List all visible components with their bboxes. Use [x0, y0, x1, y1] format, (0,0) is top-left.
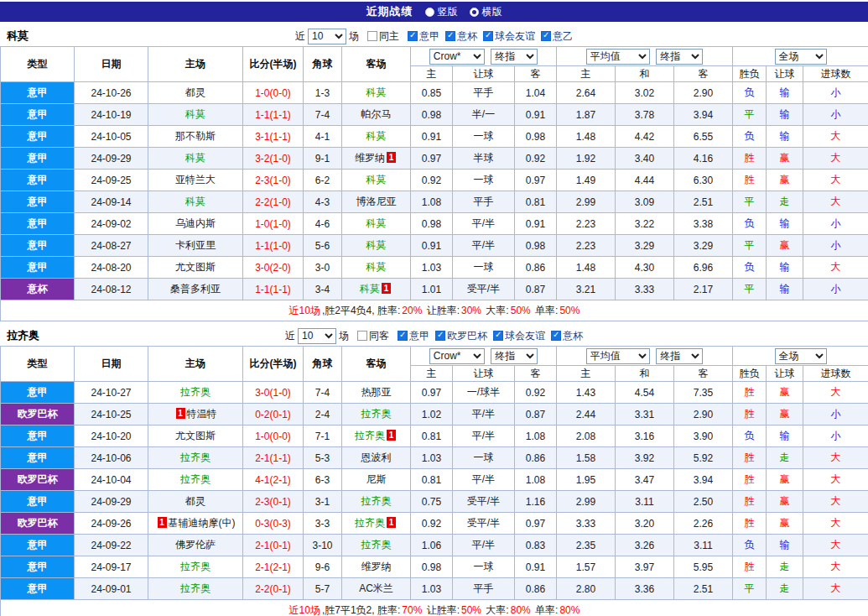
away-team[interactable]: 科莫 — [342, 82, 411, 104]
home-team[interactable]: 佛罗伦萨 — [148, 535, 243, 556]
team-label[interactable]: AC米兰 — [359, 582, 393, 594]
team-label[interactable]: 科莫 — [185, 196, 205, 207]
league-filter[interactable]: 球会友谊 — [493, 329, 545, 343]
away-team[interactable]: 科莫 — [342, 235, 411, 257]
team-label[interactable]: 科莫 — [366, 174, 387, 185]
league-filter[interactable]: 意杯 — [445, 29, 477, 44]
home-team[interactable]: 科莫 — [148, 191, 243, 213]
team-label[interactable]: 拉齐奥 — [355, 430, 385, 441]
home-team[interactable]: 1特温特 — [148, 404, 243, 425]
home-team[interactable]: 卡利亚里 — [148, 235, 243, 257]
league-filter-checkbox[interactable] — [435, 331, 445, 341]
team-label[interactable]: 都灵 — [185, 86, 205, 98]
team-label[interactable]: 拉齐奥 — [180, 473, 211, 485]
team-label[interactable]: 拉齐奥 — [361, 495, 392, 507]
team-label[interactable]: 尤文图斯 — [175, 430, 216, 441]
home-team[interactable]: 那不勒斯 — [148, 126, 243, 148]
away-team[interactable]: 拉齐奥1 — [342, 513, 411, 535]
fulltime-select[interactable]: 全场 — [775, 49, 827, 65]
team-label[interactable]: 科莫 — [185, 152, 205, 164]
away-team[interactable]: 科莫 — [342, 126, 411, 148]
same-filter[interactable]: 同主 — [367, 29, 399, 44]
team-label[interactable]: 佛罗伦萨 — [175, 539, 216, 551]
away-team[interactable]: 尼斯 — [342, 469, 411, 491]
home-team[interactable]: 拉齐奥 — [148, 578, 243, 600]
league-filter-checkbox[interactable] — [493, 331, 503, 341]
team-label[interactable]: 热那亚 — [361, 386, 392, 398]
handicap-odds-time-select[interactable]: 终指 — [491, 49, 538, 65]
average-odds-time-select[interactable]: 终指 — [656, 49, 703, 65]
home-team[interactable]: 科莫 — [148, 148, 243, 170]
away-team[interactable]: 科莫1 — [342, 279, 411, 300]
team-label[interactable]: 亚特兰大 — [175, 174, 216, 185]
match-count-select[interactable]: 10 — [298, 328, 336, 344]
away-team[interactable]: 维罗纳 — [342, 556, 411, 578]
away-team[interactable]: 帕尔马 — [342, 104, 411, 126]
team-label[interactable]: 拉齐奥 — [355, 517, 385, 529]
away-team[interactable]: 维罗纳1 — [342, 148, 411, 170]
team-label[interactable]: 恩波利 — [361, 452, 392, 463]
bookmaker-select[interactable]: Crow* — [429, 348, 485, 364]
away-team[interactable]: 拉齐奥 — [342, 491, 411, 513]
bookmaker-select[interactable]: Crow* — [429, 49, 485, 65]
home-team[interactable]: 尤文图斯 — [148, 257, 243, 279]
team-label[interactable]: 维罗纳 — [361, 561, 392, 572]
same-filter-checkbox[interactable] — [367, 31, 377, 41]
team-label[interactable]: 尼斯 — [366, 473, 387, 485]
away-team[interactable]: 科莫 — [342, 213, 411, 235]
league-filter[interactable]: 欧罗巴杯 — [435, 329, 487, 343]
team-label[interactable]: 都灵 — [185, 495, 205, 507]
team-label[interactable]: 维罗纳 — [355, 152, 385, 164]
away-team[interactable]: AC米兰 — [342, 578, 411, 600]
same-filter-checkbox[interactable] — [357, 331, 367, 341]
team-label[interactable]: 特温特 — [187, 408, 217, 420]
score[interactable]: 2-1(1-1) — [243, 447, 304, 469]
team-label[interactable]: 科莫 — [366, 130, 387, 142]
view-option-horizontal[interactable]: 横版 — [470, 5, 502, 19]
team-label[interactable]: 卡利亚里 — [175, 239, 216, 251]
team-label[interactable]: 基辅迪纳摩(中) — [169, 517, 236, 529]
home-team[interactable]: 拉齐奥 — [148, 447, 243, 469]
score[interactable]: 2-1(0-1) — [243, 535, 304, 556]
home-team[interactable]: 都灵 — [148, 491, 243, 513]
team-label[interactable]: 科莫 — [366, 239, 387, 251]
home-team[interactable]: 桑普多利亚 — [148, 279, 243, 300]
score[interactable]: 0-3(0-3) — [243, 513, 304, 535]
away-team[interactable]: 拉齐奥 — [342, 535, 411, 556]
home-team[interactable]: 拉齐奥 — [148, 382, 243, 404]
team-label[interactable]: 乌迪内斯 — [175, 217, 216, 229]
away-team[interactable]: 恩波利 — [342, 447, 411, 469]
score[interactable]: 2-3(1-0) — [243, 170, 304, 191]
score[interactable]: 4-1(2-1) — [243, 469, 304, 491]
home-team[interactable]: 都灵 — [148, 82, 243, 104]
team-label[interactable]: 拉齐奥 — [180, 582, 211, 594]
league-filter-checkbox[interactable] — [551, 331, 561, 341]
away-team[interactable]: 博洛尼亚 — [342, 191, 411, 213]
score[interactable]: 1-1(1-1) — [243, 104, 304, 126]
team-label[interactable]: 尤文图斯 — [175, 261, 216, 273]
away-team[interactable]: 科莫 — [342, 170, 411, 191]
average-select[interactable]: 平均值 — [586, 348, 650, 364]
team-label[interactable]: 拉齐奥 — [180, 386, 211, 398]
score[interactable]: 0-2(0-1) — [243, 404, 304, 425]
score[interactable]: 1-1(1-0) — [243, 235, 304, 257]
league-filter[interactable]: 意甲 — [408, 29, 439, 44]
team-label[interactable]: 拉齐奥 — [180, 452, 211, 463]
league-filter-checkbox[interactable] — [398, 331, 408, 341]
team-label[interactable]: 拉齐奥 — [361, 408, 392, 420]
view-option-vertical[interactable]: 竖版 — [425, 5, 458, 19]
league-filter[interactable]: 意杯 — [551, 329, 583, 343]
radio-vertical-icon[interactable] — [425, 8, 434, 17]
score[interactable]: 1-0(0-0) — [243, 82, 304, 104]
average-odds-time-select[interactable]: 终指 — [656, 348, 703, 364]
home-team[interactable]: 拉齐奥 — [148, 556, 243, 578]
league-filter-checkbox[interactable] — [483, 31, 493, 41]
home-team[interactable]: 1基辅迪纳摩(中) — [148, 513, 243, 535]
league-filter-checkbox[interactable] — [445, 31, 455, 41]
home-team[interactable]: 尤文图斯 — [148, 425, 243, 447]
away-team[interactable]: 拉齐奥 — [342, 404, 411, 425]
team-label[interactable]: 科莫 — [366, 261, 387, 273]
team-label[interactable]: 科莫 — [366, 86, 387, 98]
score[interactable]: 1-0(0-0) — [243, 425, 304, 447]
home-team[interactable]: 亚特兰大 — [148, 170, 243, 191]
